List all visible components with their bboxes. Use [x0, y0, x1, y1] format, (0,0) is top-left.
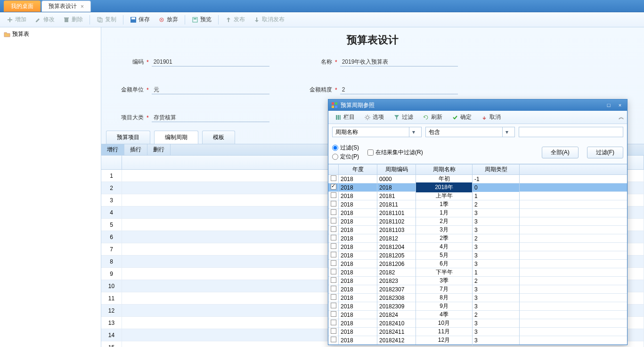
preview-button[interactable]: 预览: [188, 14, 215, 25]
table-row[interactable]: 2018201812044月3: [328, 243, 627, 251]
row-checkbox[interactable]: [328, 183, 339, 192]
row-checkbox[interactable]: [328, 259, 339, 268]
name-input[interactable]: [340, 58, 458, 66]
category-input[interactable]: [152, 113, 269, 122]
columns-button[interactable]: 栏目: [331, 112, 359, 123]
subtab-period[interactable]: 编制周期: [154, 131, 198, 144]
filter-button[interactable]: 过滤: [390, 112, 417, 123]
cell-type: 3: [473, 209, 520, 217]
filter-op-combo[interactable]: ▾: [425, 127, 515, 137]
filter-field-input[interactable]: [333, 127, 409, 137]
subtab-template[interactable]: 模板: [202, 131, 235, 144]
table-row[interactable]: 2018201811011月3: [328, 209, 627, 217]
tab-budget-design[interactable]: 预算表设计 ×: [41, 0, 91, 12]
table-row[interactable]: 20182018111季2: [328, 200, 627, 209]
row-checkbox[interactable]: [328, 234, 339, 243]
close-dialog-icon[interactable]: ×: [616, 101, 624, 109]
table-row[interactable]: 201820182下半年1: [328, 268, 627, 277]
precision-input[interactable]: [340, 85, 458, 94]
dialog-titlebar[interactable]: 预算周期参照 □ ×: [328, 99, 627, 111]
cell-year: 2018: [339, 175, 377, 183]
row-checkbox[interactable]: [328, 285, 339, 294]
table-row[interactable]: 20182018233季2: [328, 277, 627, 285]
delete-button[interactable]: 删除: [59, 14, 87, 25]
row-checkbox[interactable]: [328, 336, 339, 345]
edit-button[interactable]: 修改: [31, 14, 58, 25]
dialog-grid-body[interactable]: 20180000年初-1201820182018年0201820181上半年12…: [328, 175, 627, 345]
refresh-button[interactable]: 刷新: [419, 112, 446, 123]
table-row[interactable]: 201820182018年0: [328, 183, 627, 192]
cancel-button[interactable]: 取消: [477, 112, 505, 123]
unpublish-button[interactable]: 取消发布: [250, 14, 288, 25]
filter-op-input[interactable]: [426, 127, 502, 137]
tree-root-budget[interactable]: 预算表: [2, 29, 99, 39]
row-checkbox[interactable]: [328, 225, 339, 234]
plus-icon: [7, 17, 13, 23]
add-button[interactable]: 增加: [3, 14, 30, 25]
tab-home[interactable]: 我的桌面: [4, 0, 41, 12]
table-row[interactable]: 2018201811022月3: [328, 217, 627, 226]
filter-value-combo[interactable]: [519, 127, 623, 137]
table-row[interactable]: 2018201811033月3: [328, 226, 627, 234]
do-filter-button[interactable]: 过滤(F): [587, 147, 623, 158]
discard-button[interactable]: 放弃: [155, 14, 182, 25]
maximize-icon[interactable]: □: [604, 101, 613, 109]
table-row[interactable]: 20182018122季2: [328, 234, 627, 243]
radio-locate[interactable]: 定位(P): [332, 153, 359, 161]
checkbox-in-result[interactable]: 在结果集中过滤(R): [367, 149, 423, 157]
table-row[interactable]: 201820181上半年1: [328, 192, 627, 200]
row-checkbox[interactable]: [328, 251, 339, 260]
row-checkbox[interactable]: [328, 310, 339, 319]
row-checkbox[interactable]: [328, 191, 339, 200]
grid-insrow[interactable]: 插行: [124, 144, 147, 155]
row-checkbox[interactable]: [328, 302, 339, 311]
cell-type: 3: [473, 302, 520, 311]
row-checkbox[interactable]: [328, 293, 339, 302]
grid-addrow[interactable]: 增行: [101, 144, 124, 155]
close-icon[interactable]: ×: [81, 3, 84, 10]
row-checkbox[interactable]: [328, 327, 339, 336]
publish-button[interactable]: 发布: [221, 14, 249, 25]
row-checkbox[interactable]: [328, 242, 339, 251]
copy-button[interactable]: 复制: [93, 14, 120, 25]
table-row[interactable]: 2018201812055月3: [328, 251, 627, 260]
table-row[interactable]: 2018201823088月3: [328, 294, 627, 302]
subtab-items[interactable]: 预算项目: [106, 131, 150, 144]
ok-button[interactable]: 确定: [448, 112, 475, 123]
row-checkbox[interactable]: [328, 200, 339, 209]
table-row[interactable]: 2018201823077月3: [328, 285, 627, 294]
row-checkbox[interactable]: [328, 319, 339, 328]
table-row[interactable]: 20182018241111月3: [328, 328, 627, 336]
row-checkbox[interactable]: [328, 268, 339, 277]
dlg-col-name[interactable]: 周期名称: [416, 165, 473, 174]
filter-field-combo[interactable]: ▾: [332, 127, 422, 137]
table-row[interactable]: 20182018241010月3: [328, 319, 627, 328]
table-row[interactable]: 2018201823099月3: [328, 302, 627, 311]
dlg-col-code[interactable]: 周期编码: [377, 165, 416, 174]
grid-delrow[interactable]: 删行: [147, 144, 171, 155]
table-row[interactable]: 20182018241212月3: [328, 336, 627, 345]
row-checkbox[interactable]: [328, 208, 339, 217]
unit-input[interactable]: [152, 85, 269, 94]
all-button[interactable]: 全部(A): [542, 147, 579, 158]
collapse-icon[interactable]: ︽: [619, 113, 624, 121]
filter-value-input[interactable]: [519, 127, 623, 137]
cell-type: 1: [473, 268, 520, 277]
radio-filter[interactable]: 过滤(S): [332, 144, 359, 152]
save-button[interactable]: 保存: [126, 14, 154, 25]
cell-year: 2018: [339, 336, 377, 345]
options-button[interactable]: 选项: [360, 112, 388, 123]
dlg-col-year[interactable]: 年度: [339, 165, 377, 174]
svg-rect-16: [340, 115, 341, 120]
precision-label: 金额精度: [299, 86, 332, 94]
table-row[interactable]: 20180000年初-1: [328, 175, 627, 183]
table-row[interactable]: 2018201812066月3: [328, 260, 627, 268]
row-checkbox[interactable]: [328, 217, 339, 226]
row-checkbox[interactable]: [328, 174, 339, 183]
code-input[interactable]: [152, 58, 269, 66]
dlg-col-type[interactable]: 周期类型: [473, 165, 520, 174]
table-row[interactable]: 20182018244季2: [328, 311, 627, 319]
chevron-down-icon[interactable]: ▾: [409, 127, 417, 137]
row-checkbox[interactable]: [328, 276, 339, 285]
chevron-down-icon[interactable]: ▾: [502, 127, 511, 137]
